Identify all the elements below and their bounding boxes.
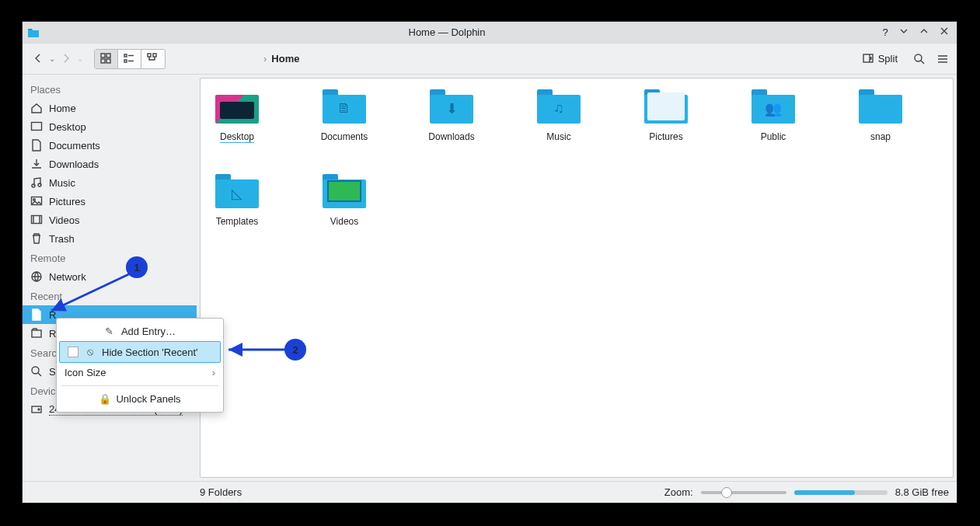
chevron-right-icon: › [212,367,215,378]
folder-pictures[interactable]: Pictures [640,89,692,143]
help-button[interactable]: ? [879,26,891,39]
dolphin-window: Home — Dolphin ? ⌄ ⌄ › Home Split [22,21,957,503]
sidebar-item-trash[interactable]: Trash [23,229,197,248]
checkbox-icon [68,347,78,357]
toolbar: ⌄ ⌄ › Home Split [23,44,957,75]
svg-line-21 [51,272,134,311]
svg-rect-0 [101,54,105,57]
view-mode-segment [94,49,166,69]
add-entry-icon: ✎ [104,326,115,337]
sidebar-item-pictures[interactable]: Pictures [23,192,197,211]
svg-point-12 [38,183,41,186]
menu-button[interactable] [936,53,949,65]
folder-downloads[interactable]: ⬇Downloads [426,89,477,143]
split-button[interactable]: Split [858,51,902,68]
menu-hide-section[interactable]: ⦸ Hide Section 'Recent' [59,341,221,363]
zoom-slider[interactable] [701,491,786,494]
lock-icon: 🔒 [99,393,110,405]
back-history-dropdown[interactable]: ⌄ [49,54,55,63]
svg-rect-10 [32,123,42,131]
forward-button[interactable] [58,51,75,68]
svg-rect-7 [153,54,156,57]
folder-music[interactable]: ♫Music [533,89,584,143]
folder-public[interactable]: 👥Public [748,89,799,143]
sidebar-item-home[interactable]: Home [23,99,197,117]
svg-rect-5 [124,60,127,62]
section-header-places: Places [23,79,197,99]
folder-documents[interactable]: 🗎Documents [319,89,370,143]
sidebar-item-videos[interactable]: Videos [23,211,197,229]
annotation-badge-2: 2 [284,339,306,361]
svg-rect-2 [101,59,105,63]
window-title: Home — Dolphin [15,26,879,38]
annotation-badge-1: 1 [126,256,148,278]
menu-icon-size[interactable]: Icon Size › [57,363,223,382]
svg-point-20 [38,409,40,410]
zoom-label: Zoom: [664,486,693,498]
folder-videos[interactable]: Videos [319,174,370,227]
sidebar-item-music[interactable]: Music [23,173,197,192]
folder-templates[interactable]: ◺Templates [211,174,263,227]
hide-icon: ⦸ [85,346,96,358]
svg-point-18 [32,367,39,374]
details-view-button[interactable] [141,50,165,68]
svg-point-9 [915,54,922,61]
context-menu: ✎ Add Entry… ⦸ Hide Section 'Recent' Ico… [56,318,224,413]
folder-desktop[interactable]: Desktop [211,89,263,143]
folder-view[interactable]: Desktop🗎Documents⬇Downloads♫MusicPicture… [200,78,954,478]
forward-history-dropdown[interactable]: ⌄ [77,54,83,63]
back-button[interactable] [30,51,47,68]
section-header-remote: Remote [23,248,197,267]
compact-view-button[interactable] [118,50,141,68]
search-button[interactable] [913,53,926,65]
svg-rect-17 [32,330,41,337]
menu-add-entry[interactable]: ✎ Add Entry… [57,322,223,341]
minimize-button[interactable] [899,26,912,39]
svg-point-14 [33,199,36,201]
icons-view-button[interactable] [95,50,118,68]
folder-snap[interactable]: snap [855,89,906,143]
statusbar: 9 Folders Zoom: 8.8 GiB free [23,481,957,503]
svg-rect-3 [106,59,110,63]
svg-point-11 [32,184,35,187]
menu-separator [61,385,218,386]
svg-rect-6 [148,54,151,57]
maximize-button[interactable] [919,26,932,39]
sidebar-item-desktop[interactable]: Desktop [23,117,197,136]
free-space: 8.8 GiB free [895,486,949,498]
breadcrumb[interactable]: › Home [263,53,299,64]
disk-usage-bar [794,490,888,495]
svg-rect-1 [106,54,110,57]
status-item-count: 9 Folders [200,486,242,498]
titlebar: Home — Dolphin ? [23,22,957,44]
sidebar-item-documents[interactable]: Documents [23,136,197,155]
sidebar-item-downloads[interactable]: Downloads [23,155,197,173]
close-button[interactable] [940,26,952,39]
chevron-right-icon: › [263,53,267,64]
menu-unlock-panels[interactable]: 🔒 Unlock Panels [57,389,223,409]
breadcrumb-current[interactable]: Home [271,53,299,64]
svg-rect-4 [124,54,127,57]
